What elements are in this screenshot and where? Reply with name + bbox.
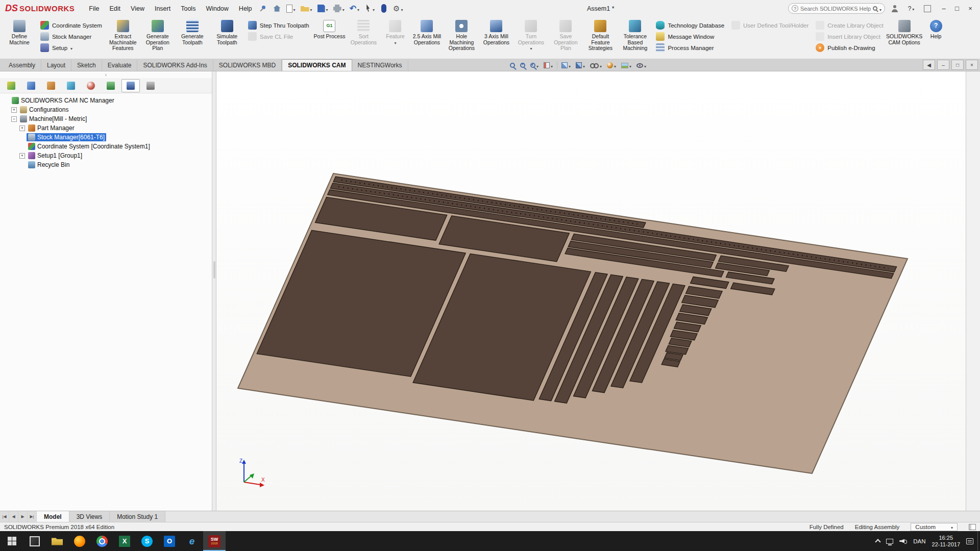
tab-solidworks-add-ins[interactable]: SOLIDWORKS Add-Ins — [137, 60, 213, 71]
tab-evaluate[interactable]: Evaluate — [102, 60, 138, 71]
layout-grid-icon[interactable] — [921, 2, 934, 15]
tree-item-content[interactable]: Configurations — [18, 106, 70, 114]
previous-document-icon[interactable]: ◀ — [923, 60, 935, 70]
ribbon-button-technology-database[interactable]: Technology Database — [654, 20, 726, 31]
ribbon-button-sort-operations[interactable]: Sort Operations — [346, 18, 381, 57]
tree-item-content[interactable]: Part Manager — [27, 124, 76, 132]
taskbar-app-firefox[interactable] — [68, 531, 91, 551]
taskbar-app-solidworks[interactable]: SW2018 — [203, 531, 226, 551]
taskbar-app-photos[interactable] — [23, 531, 46, 551]
model-tab-model[interactable]: Model — [37, 511, 69, 522]
start-button[interactable] — [0, 531, 23, 551]
show-desktop-button[interactable] — [977, 531, 980, 551]
cam-operation-tree-tab[interactable] — [121, 79, 140, 92]
restore-document-icon[interactable]: □ — [951, 60, 964, 70]
taskbar-app-excel[interactable]: X — [113, 531, 136, 551]
tree-expander-icon[interactable]: + — [19, 126, 25, 131]
touch-mode-icon[interactable] — [378, 2, 389, 15]
close-document-icon[interactable]: × — [966, 60, 978, 70]
pin-menu-icon[interactable] — [258, 5, 266, 13]
select-arrow-icon[interactable] — [363, 2, 376, 15]
view-orientation-icon[interactable] — [559, 60, 573, 71]
tree-item-machine-mill-metric[interactable]: −Machine[Mill - Metric] — [1, 114, 211, 123]
ribbon-button-tolerance-based-machining[interactable]: Tolerance Based Machining — [618, 18, 652, 57]
taskbar-app-chrome[interactable] — [91, 531, 113, 551]
ribbon-button-message-window[interactable]: Message Window — [654, 31, 726, 42]
tree-expander-icon[interactable]: − — [11, 116, 17, 122]
tree-item-content[interactable]: Setup1 [Group1] — [27, 152, 84, 160]
tree-item-content[interactable]: Recycle Bin — [27, 161, 71, 169]
displaymanager-tab[interactable] — [82, 79, 100, 92]
ribbon-button-hole-machining-operations[interactable]: Hole Machining Operations — [444, 18, 479, 57]
tree-item-content[interactable]: Stock Manager[6061-T6] — [27, 133, 106, 141]
ribbon-button-post-process[interactable]: G1Post Process — [313, 18, 347, 57]
ribbon-button-save-operation-plan[interactable]: Save Operation Plan — [548, 18, 583, 57]
taskbar-clock[interactable]: 16:25 22-11-2017 — [932, 535, 960, 548]
pane-toggle-icon[interactable] — [969, 524, 976, 530]
minimize-window-icon[interactable]: – — [937, 2, 950, 15]
network-icon[interactable] — [886, 539, 893, 544]
maximize-window-icon[interactable]: □ — [950, 2, 964, 15]
section-view-icon[interactable] — [542, 60, 555, 71]
ribbon-button-3-axis-mill-operations[interactable]: 3 Axis Mill Operations — [479, 18, 513, 57]
ribbon-button-feature[interactable]: Feature — [381, 18, 409, 57]
volume-icon[interactable] — [899, 538, 907, 544]
ribbon-button-save-cl-file[interactable]: Save CL File — [247, 31, 311, 42]
open-icon[interactable] — [299, 2, 314, 15]
new-document-icon[interactable] — [285, 2, 297, 15]
model-tab-nav-3[interactable]: ▶| — [28, 511, 37, 522]
tree-item-part-manager[interactable]: +Part Manager — [1, 123, 211, 133]
tree-item-content[interactable]: SOLIDWORKS CAM NC Manager — [10, 96, 116, 105]
tab-assembly[interactable]: Assembly — [3, 60, 41, 71]
model-tab-motion-study-1[interactable]: Motion Study 1 — [110, 511, 165, 522]
ribbon-button-solidworks-cam-options[interactable]: SOLIDWORKS CAM Options — [887, 18, 922, 57]
panel-splitter[interactable] — [212, 71, 216, 511]
splitter-grip[interactable] — [213, 261, 215, 279]
tab-solidworks-cam[interactable]: SOLIDWORKS CAM — [282, 59, 352, 71]
tab-nestingworks[interactable]: NESTINGWorks — [352, 60, 408, 71]
menu-window[interactable]: Window — [201, 3, 233, 15]
taskbar-app-internet-explorer[interactable]: e — [181, 531, 203, 551]
save-icon[interactable] — [316, 2, 330, 15]
taskbar-app-outlook[interactable]: O — [158, 531, 181, 551]
tree-item-stock-manager-6061-t6[interactable]: Stock Manager[6061-T6] — [1, 133, 211, 142]
model-tab-nav-0[interactable]: |◀ — [0, 511, 9, 522]
model-tab-nav-1[interactable]: ◀ — [9, 511, 18, 522]
language-indicator[interactable]: DAN — [913, 538, 925, 544]
ribbon-button-process-manager[interactable]: Process Manager — [654, 42, 726, 53]
home-icon[interactable] — [272, 2, 283, 15]
menu-tools[interactable]: Tools — [176, 3, 201, 15]
ribbon-button-help[interactable]: ?Help — [922, 18, 950, 57]
tree-expander-icon[interactable]: + — [11, 107, 17, 113]
zoom-fit-icon[interactable] — [508, 60, 517, 71]
tab-sketch[interactable]: Sketch — [71, 60, 102, 71]
ribbon-button-stock-manager[interactable]: Stock Manager — [39, 31, 104, 42]
cam-tools-tree-tab[interactable] — [141, 79, 160, 92]
ribbon-button-extract-machinable-features[interactable]: Extract Machinable Features — [106, 18, 140, 57]
tree-item-configurations[interactable]: +Configurations — [1, 105, 211, 114]
print-icon[interactable] — [332, 2, 346, 15]
previous-view-icon[interactable] — [528, 60, 541, 71]
tree-item-recycle-bin[interactable]: Recycle Bin — [1, 160, 211, 169]
menu-help[interactable]: Help — [234, 3, 257, 15]
menu-file[interactable]: File — [84, 3, 104, 15]
search-box[interactable]: ? — [788, 3, 885, 14]
graphics-viewport[interactable]: Z X — [216, 71, 966, 511]
ribbon-button-generate-operation-plan[interactable]: Generate Operation Plan — [140, 18, 175, 57]
configurationmanager-tab[interactable] — [42, 79, 60, 92]
model-tab-3d-views[interactable]: 3D Views — [69, 511, 110, 522]
taskbar-app-skype[interactable]: S — [136, 531, 158, 551]
search-dropdown-icon[interactable] — [879, 4, 881, 13]
ribbon-button-simulate-toolpath[interactable]: Simulate Toolpath — [210, 18, 244, 57]
view-settings-icon[interactable] — [634, 60, 648, 71]
ribbon-button-turn-operations[interactable]: Turn Operations — [513, 18, 548, 57]
taskbar-app-file-explorer[interactable] — [46, 531, 68, 551]
search-icon[interactable] — [873, 6, 877, 11]
tray-expand-icon[interactable] — [875, 539, 881, 544]
menu-view[interactable]: View — [126, 3, 150, 15]
display-style-icon[interactable] — [574, 60, 587, 71]
featuremanager-tab[interactable] — [2, 79, 20, 92]
tree-item-coordinate-system-coordinate-system1[interactable]: Coordinate System [Coordinate System1] — [1, 142, 211, 151]
tree-item-content[interactable]: Machine[Mill - Metric] — [18, 115, 88, 123]
tree-expander-icon[interactable]: + — [19, 153, 25, 159]
